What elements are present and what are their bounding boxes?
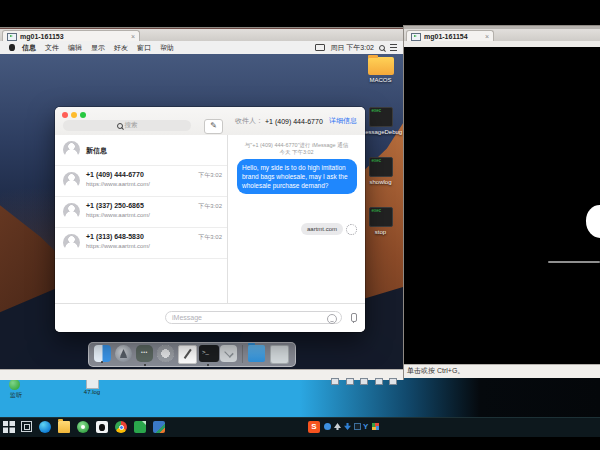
recipient-value[interactable]: +1 (409) 444-6770 [265,118,323,125]
exec-badge: exec [370,158,392,164]
macos-dock: ••• >_ [88,342,296,367]
exec-badge: exec [370,108,392,114]
cdrom-icon[interactable] [346,378,354,385]
close-tab-icon[interactable]: × [485,33,489,40]
compose-button[interactable]: ✎ [204,119,223,134]
avatar [63,234,80,251]
conversation-row[interactable]: +1 (313) 648-5830 下午3:02 https://www.aar… [55,228,227,259]
start-button-icon[interactable] [3,421,15,433]
security-app-icon[interactable] [77,421,89,433]
messages-window: 搜索 ✎ 收件人： +1 (409) 444-6770 详细信息 新信息 +1 … [55,107,365,332]
apple-tool-icon[interactable] [96,421,108,433]
menu-item[interactable]: 帮助 [160,43,174,53]
desktop-icon-label: 监听 [4,392,28,399]
microphone-icon[interactable] [351,313,357,322]
link-preview-bubble[interactable]: aartmt.com [301,223,343,235]
desktop-icon-label: MACOS [358,77,403,83]
tray-y-app-icon[interactable]: Y [363,423,370,430]
close-tab-icon[interactable]: × [131,33,135,40]
emoji-icon[interactable] [327,314,337,324]
network-adapter-icon[interactable] [360,378,368,385]
conversation-name: +1 (313) 648-5830 [86,233,144,240]
launchpad-icon[interactable] [115,345,132,362]
running-indicator [207,364,209,366]
conversation-time: 下午3:02 [198,202,222,211]
avatar [63,172,80,189]
vmware-window-right: mg01-161154 × 单击或按 Ctrl+G。 [404,26,600,377]
display-status-icon[interactable] [315,44,325,51]
menu-item[interactable]: 文件 [45,43,59,53]
tray-blue-dot-icon[interactable] [324,423,331,430]
hdd-icon[interactable] [331,378,339,385]
apple-menu-icon[interactable] [9,44,15,51]
spotlight-search-icon[interactable] [379,45,385,51]
tray-color-grid-icon[interactable] [372,423,379,430]
exec-badge: exec [370,208,392,214]
messages-dock-icon[interactable]: ••• [136,345,153,362]
message-input[interactable]: iMessage [165,311,342,324]
task-view-icon[interactable] [21,421,32,432]
conversation-row[interactable]: 新信息 [55,135,227,166]
desktop-icon-label: 47.log [78,389,106,396]
tray-download-icon[interactable] [344,423,351,430]
vmware-icon[interactable] [153,421,165,433]
close-window-button[interactable] [62,112,68,118]
script-icon: exec [369,107,393,127]
green-app-desktop-icon[interactable] [9,379,20,390]
conversation-row[interactable]: +1 (409) 444-6770 下午3:02 https://www.aar… [55,166,227,197]
chat-area: 与"+1 (409) 444-6770"进行 iMessage 通信 今天 下午… [228,135,365,304]
boot-screen [404,47,600,364]
conversation-name: +1 (409) 444-6770 [86,171,144,178]
recipient-label: 收件人： [235,116,263,126]
vm-status-bar-right: 单击或按 Ctrl+G。 [404,364,600,378]
vm-poweron-icon [7,33,17,41]
vm-tab-bar: mg01-161154 × [404,29,600,41]
trash-icon[interactable] [270,345,289,364]
conversation-time: 下午3:02 [198,233,222,242]
textedit-icon[interactable] [178,345,197,364]
running-indicator [101,361,103,363]
details-link[interactable]: 详细信息 [329,107,357,135]
desktop-icon-macos[interactable]: MACOS [358,57,403,107]
vm-tab-title: mg01-161153 [20,33,64,40]
menu-item[interactable]: 信息 [22,43,36,53]
search-placeholder: 搜索 [125,121,138,130]
installer-icon[interactable] [220,345,237,362]
minimize-window-button[interactable] [71,112,77,118]
windows-taskbar: S Y [0,417,600,437]
conversation-row[interactable]: +1 (337) 250-6865 下午3:02 https://www.aar… [55,197,227,228]
zoom-window-button[interactable] [80,112,86,118]
sogou-input-icon[interactable]: S [308,421,320,433]
display-device-icon[interactable] [389,378,397,385]
boot-progress-bar [548,261,600,263]
file-explorer-icon[interactable] [58,421,70,433]
terminal-icon[interactable]: >_ [199,345,219,362]
usb-icon[interactable] [375,378,383,385]
conversation-time: 下午3:02 [198,171,222,180]
notification-center-icon[interactable] [390,44,397,51]
wps-icon[interactable] [134,421,146,433]
system-preferences-icon[interactable] [157,345,174,362]
tray-dark-box-icon[interactable] [354,423,361,430]
sending-spinner-icon [346,224,357,235]
menu-item[interactable]: 好友 [114,43,128,53]
menubar-clock[interactable]: 周日 下午3:02 [330,43,374,53]
conversation-preview: https://www.aartmt.com/ [86,212,150,218]
search-input[interactable]: 搜索 [63,120,191,131]
edge-icon[interactable] [39,421,51,433]
running-indicator [144,364,146,366]
recipient-row: 收件人： +1 (409) 444-6770 [235,107,323,135]
finder-icon[interactable] [94,345,111,362]
menu-item[interactable]: 窗口 [137,43,151,53]
macos-menubar: 信息 文件 编辑 显示 好友 窗口 帮助 周日 下午3:02 [0,41,403,54]
downloads-folder-icon[interactable] [248,345,265,362]
outgoing-message-bubble: Hello, my side is to do high imitation b… [237,159,357,194]
vm-tab-bar: mg01-161153 × [0,29,403,41]
tray-up-arrow-icon[interactable] [334,423,341,430]
script-icon: exec [369,157,393,177]
messages-toolbar: 搜索 ✎ 收件人： +1 (409) 444-6770 详细信息 [55,107,365,136]
chrome-icon[interactable] [115,421,127,433]
windows-desktop: 监听 47.log [0,377,600,417]
menu-item[interactable]: 编辑 [68,43,82,53]
menu-item[interactable]: 显示 [91,43,105,53]
